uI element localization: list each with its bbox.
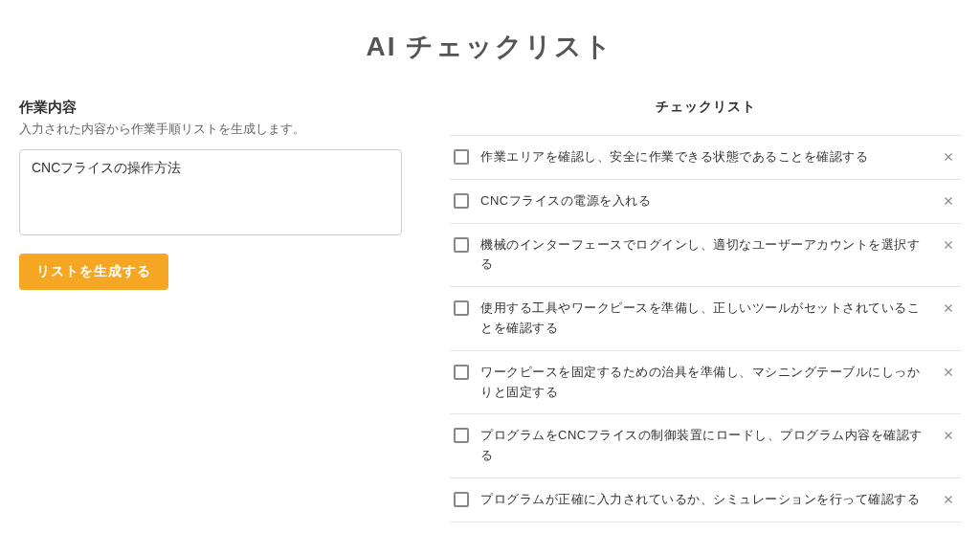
close-icon[interactable] [940,148,957,166]
checklist-item: ワークピースを固定するための治具を準備し、マシニングテーブルにしっかりと固定する [450,351,961,415]
page-title: AI チェックリスト [19,29,961,65]
checkbox[interactable] [454,193,469,209]
checklist-item-text: 使用する工具やワークピースを準備し、正しいツールがセットされていることを確認する [480,299,928,339]
left-panel: 作業内容 入力された内容から作業手順リストを生成します。 リストを生成する [19,99,402,533]
main-container: 作業内容 入力された内容から作業手順リストを生成します。 リストを生成する チェ… [19,99,961,533]
right-panel: チェックリスト 作業エリアを確認し、安全に作業できる状態であることを確認するCN… [450,99,961,533]
checkbox[interactable] [454,428,469,443]
checklist: 作業エリアを確認し、安全に作業できる状態であることを確認するCNCフライスの電源… [450,135,961,533]
close-icon[interactable] [940,236,957,254]
work-content-input[interactable] [19,149,402,235]
checklist-item: 使用する工具やワークピースを準備し、正しいツールがセットされていることを確認する [450,287,961,351]
checklist-item: 機械のインターフェースでログインし、適切なユーザーアカウントを選択する [450,224,961,288]
input-section-label: 作業内容 [19,99,402,117]
checklist-item-text: CNCフライスの電源を入れる [480,191,928,211]
close-icon[interactable] [940,192,957,210]
checklist-item-text: 作業エリアを確認し、安全に作業できる状態であることを確認する [480,147,928,167]
close-icon[interactable] [940,364,957,381]
checkbox[interactable] [454,149,469,165]
checklist-item-text: ワークピースを固定するための治具を準備し、マシニングテーブルにしっかりと固定する [480,363,928,403]
checkbox[interactable] [454,300,469,316]
generate-list-button[interactable]: リストを生成する [19,254,168,290]
checkbox[interactable] [454,492,469,507]
close-icon[interactable] [940,427,957,444]
checklist-item-text: プログラムが正確に入力されているか、シミュレーションを行って確認する [480,490,928,510]
checklist-header: チェックリスト [450,99,961,116]
checklist-item: CNCフライスの電源を入れる [450,180,961,224]
checklist-item: プログラムが正確に入力されているか、シミュレーションを行って確認する [450,478,961,522]
input-section-description: 入力された内容から作業手順リストを生成します。 [19,121,402,138]
checklist-item-text: プログラムをCNCフライスの制御装置にロードし、プログラム内容を確認する [480,426,928,466]
checkbox[interactable] [454,365,469,380]
checklist-item-text: 機械のインターフェースでログインし、適切なユーザーアカウントを選択する [480,235,928,276]
checkbox[interactable] [454,237,469,253]
close-icon[interactable] [940,300,957,317]
close-icon[interactable] [940,491,957,508]
checklist-item: プログラムをCNCフライスの制御装置にロードし、プログラム内容を確認する [450,414,961,478]
checklist-item: 作業エリアを確認し、安全に作業できる状態であることを確認する [450,136,961,180]
checklist-item: 機械の原点復帰を行い、各軸のゼロ点を設定する [450,522,961,533]
